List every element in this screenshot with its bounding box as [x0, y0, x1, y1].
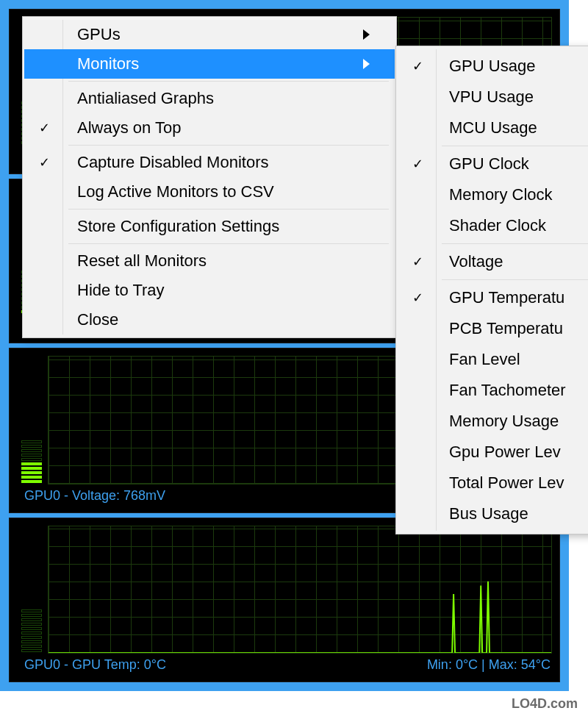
monitor-panel-temp: GPU0 - GPU Temp: 0°C Min: 0°C | Max: 54°…: [9, 518, 560, 683]
menu-item-label: Store Configuration Settings: [64, 217, 348, 236]
menu-item[interactable]: ✓Store Configuration Settings: [24, 212, 395, 241]
menu-item[interactable]: ✓Close: [24, 305, 395, 335]
menu-item[interactable]: ✓Capture Disabled Monitors: [24, 148, 395, 177]
menu-item-label: Always on Top: [64, 118, 348, 137]
menu-item[interactable]: ✓Always on Top: [24, 113, 395, 143]
menu-separator: [68, 243, 389, 244]
menu-item-label: GPUs: [64, 25, 348, 44]
menu-item[interactable]: ✓Shader Clock: [398, 210, 588, 241]
menu-item[interactable]: ✓GPU Clock: [398, 149, 588, 179]
usage-barstack: [21, 440, 42, 483]
menu-item-label: PCB Temperatu: [437, 319, 588, 338]
usage-barstack: [21, 609, 42, 652]
watermark: LO4D.com: [512, 696, 578, 712]
menu-item-label: Total Power Lev: [437, 473, 588, 493]
menu-item[interactable]: ✓MCU Usage: [398, 112, 588, 143]
status-right: Min: 0°C | Max: 54°C: [427, 657, 551, 673]
menu-item[interactable]: ✓VPU Usage: [398, 82, 588, 112]
menu-separator: [68, 81, 389, 82]
menu-item[interactable]: ✓GPU Temperatu: [398, 282, 588, 313]
checkmark-icon: ✓: [398, 157, 437, 171]
menu-item[interactable]: ✓Bus Usage: [398, 498, 588, 529]
submenu-arrow-icon: [363, 59, 370, 69]
menu-item[interactable]: ✓Voltage: [398, 246, 588, 277]
menu-separator: [68, 145, 389, 146]
menu-item-label: Reset all Monitors: [64, 251, 348, 271]
menu-item-label: Fan Tachometer: [437, 381, 588, 400]
menu-item-label: Log Active Monitors to CSV: [64, 182, 348, 201]
menu-separator: [442, 243, 588, 244]
menu-item-label: Voltage: [437, 252, 588, 271]
menu-item-label: GPU Clock: [437, 154, 588, 174]
menu-item-label: Gpu Power Lev: [437, 443, 588, 462]
menu-item-label: GPU Usage: [437, 57, 588, 76]
menu-item[interactable]: ✓Gpu Power Lev: [398, 437, 588, 468]
status-left: GPU0 - GPU Temp: 0°C: [24, 657, 166, 673]
menu-item-label: MCU Usage: [437, 118, 588, 137]
status-left: GPU0 - Voltage: 768mV: [24, 488, 165, 504]
menu-item[interactable]: ✓Fan Tachometer: [398, 375, 588, 406]
menu-item-label: VPU Usage: [437, 87, 588, 107]
menu-item[interactable]: ✓Memory Usage: [398, 406, 588, 437]
menu-item-label: Monitors: [64, 54, 348, 74]
menu-item-label: Bus Usage: [437, 504, 588, 523]
menu-separator: [68, 209, 389, 210]
menu-item[interactable]: ✓Memory Clock: [398, 179, 588, 210]
menu-item[interactable]: ✓Antialiased Graphs: [24, 84, 395, 113]
menu-item-label: GPU Temperatu: [437, 288, 588, 307]
panel-status: GPU0 - GPU Temp: 0°C Min: 0°C | Max: 54°…: [24, 657, 551, 673]
checkmark-icon: ✓: [24, 156, 64, 169]
menu-item[interactable]: ✓Reset all Monitors: [24, 246, 395, 276]
menu-item[interactable]: ✓Log Active Monitors to CSV: [24, 177, 395, 207]
menu-item-label: Shader Clock: [437, 216, 588, 235]
checkmark-icon: ✓: [398, 291, 437, 304]
menu-item[interactable]: ✓Total Power Lev: [398, 468, 588, 498]
menu-item-label: Memory Clock: [437, 185, 588, 204]
menu-item-label: Close: [64, 310, 348, 329]
temp-spike-icon: [49, 526, 551, 654]
menu-item-label: Antialiased Graphs: [64, 89, 348, 108]
monitors-submenu[interactable]: ✓GPU Usage✓VPU Usage✓MCU Usage✓GPU Clock…: [395, 46, 588, 534]
menu-item-label: Memory Usage: [437, 412, 588, 431]
graph-area: [48, 526, 552, 654]
menu-item[interactable]: ✓GPUs: [24, 20, 395, 49]
menu-item[interactable]: ✓GPU Usage: [398, 51, 588, 82]
menu-item[interactable]: ✓Monitors: [24, 49, 395, 79]
menu-item-label: Capture Disabled Monitors: [64, 153, 348, 172]
checkmark-icon: ✓: [398, 60, 437, 73]
menu-separator: [442, 146, 588, 146]
menu-item[interactable]: ✓Hide to Tray: [24, 276, 395, 305]
context-menu[interactable]: ✓GPUs✓Monitors✓Antialiased Graphs✓Always…: [22, 16, 397, 338]
checkmark-icon: ✓: [24, 121, 64, 135]
menu-item[interactable]: ✓PCB Temperatu: [398, 313, 588, 344]
menu-item-label: Hide to Tray: [64, 281, 348, 300]
menu-separator: [442, 279, 588, 280]
submenu-arrow-icon: [363, 29, 370, 40]
menu-item[interactable]: ✓Fan Level: [398, 344, 588, 375]
checkmark-icon: ✓: [398, 255, 437, 268]
menu-item-label: Fan Level: [437, 350, 588, 369]
